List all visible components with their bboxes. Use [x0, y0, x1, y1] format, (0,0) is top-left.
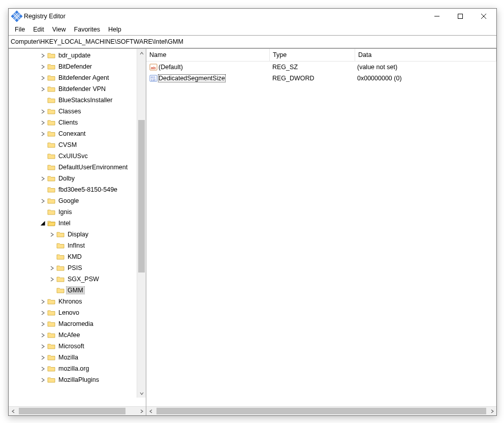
- scroll-down-button[interactable]: [137, 389, 146, 398]
- tree-item[interactable]: mozilla.org: [9, 363, 146, 374]
- column-header-name[interactable]: Name: [146, 49, 270, 61]
- tree-item[interactable]: Classes: [9, 106, 146, 117]
- tree-item[interactable]: Macromedia: [9, 318, 146, 329]
- expand-icon[interactable]: [39, 365, 46, 372]
- column-header-data[interactable]: Data: [355, 49, 496, 61]
- expand-icon[interactable]: [48, 264, 55, 271]
- scroll-thumb[interactable]: [19, 408, 125, 414]
- value-name-cell: ab(Default): [146, 63, 269, 71]
- scroll-up-button[interactable]: [137, 49, 146, 57]
- expand-icon[interactable]: [39, 119, 46, 126]
- expand-icon[interactable]: [39, 130, 46, 137]
- svg-text:ab: ab: [151, 66, 155, 70]
- tree-item[interactable]: InfInst: [9, 240, 146, 251]
- folder-icon: [47, 309, 55, 316]
- tree-item-label: Classes: [57, 108, 82, 115]
- close-icon: [481, 14, 486, 19]
- tree-item[interactable]: Conexant: [9, 128, 146, 139]
- folder-icon: [47, 85, 55, 93]
- expand-icon[interactable]: [39, 197, 46, 204]
- expand-icon[interactable]: [39, 354, 46, 361]
- tree-item[interactable]: MozillaPlugins: [9, 374, 146, 385]
- collapse-icon[interactable]: [39, 220, 46, 227]
- expand-icon[interactable]: [39, 343, 46, 350]
- expand-icon[interactable]: [48, 276, 55, 283]
- expand-icon[interactable]: [39, 175, 46, 182]
- tree-item[interactable]: Khronos: [9, 296, 146, 307]
- value-name: (Default): [159, 64, 183, 71]
- chevron-left-icon: [11, 409, 15, 413]
- menu-view[interactable]: View: [48, 25, 70, 34]
- folder-icon: [47, 97, 55, 104]
- values-horizontal-scrollbar[interactable]: [146, 406, 496, 415]
- tree-item[interactable]: GMM: [9, 285, 146, 296]
- tree-item[interactable]: Bitdefender Agent: [9, 72, 146, 83]
- value-row[interactable]: 011110DedicatedSegmentSizeREG_DWORD0x000…: [146, 73, 496, 84]
- chevron-right-icon: [490, 409, 494, 413]
- tree-item[interactable]: Clients: [9, 117, 146, 128]
- tree-item[interactable]: Google: [9, 195, 146, 206]
- folder-icon: [47, 108, 55, 115]
- scroll-left-button[interactable]: [146, 407, 155, 415]
- expand-icon[interactable]: [39, 52, 46, 59]
- expand-icon[interactable]: [39, 331, 46, 339]
- content: bdr_updateBitDefenderBitdefender AgentBi…: [9, 48, 496, 415]
- value-row[interactable]: ab(Default)REG_SZ(value not set): [146, 62, 496, 73]
- tree-item-label: Ignis: [57, 208, 73, 216]
- scroll-right-button[interactable]: [137, 407, 146, 415]
- tree-item[interactable]: KMD: [9, 251, 146, 262]
- tree-item[interactable]: CxUIUSvc: [9, 150, 146, 162]
- tree-item[interactable]: Intel: [9, 218, 146, 229]
- tree-item[interactable]: Bitdefender VPN: [9, 83, 146, 95]
- menu-file[interactable]: File: [11, 25, 29, 34]
- minimize-button[interactable]: [425, 9, 449, 24]
- column-header-type[interactable]: Type: [270, 49, 355, 61]
- tree-vertical-scrollbar[interactable]: [137, 49, 146, 398]
- tree-item[interactable]: DefaultUserEnvironment: [9, 162, 146, 173]
- tree-item[interactable]: Display: [9, 229, 146, 240]
- scroll-right-button[interactable]: [488, 407, 496, 415]
- tree-item[interactable]: BitDefender: [9, 61, 146, 72]
- svg-rect-0: [458, 14, 463, 19]
- tree-item[interactable]: Lenovo: [9, 307, 146, 318]
- folder-icon: [47, 175, 55, 182]
- menu-help[interactable]: Help: [104, 25, 125, 34]
- tree-item[interactable]: PSIS: [9, 262, 146, 274]
- tree-item[interactable]: BlueStacksInstaller: [9, 95, 146, 106]
- scroll-thumb[interactable]: [138, 120, 145, 273]
- tree-item-label: CVSM: [57, 141, 78, 148]
- tree-item[interactable]: Ignis: [9, 206, 146, 218]
- scroll-thumb[interactable]: [156, 408, 486, 414]
- tree-horizontal-scrollbar[interactable]: [9, 406, 146, 415]
- folder-icon: [47, 186, 55, 193]
- expand-icon[interactable]: [39, 108, 46, 115]
- expand-icon[interactable]: [39, 309, 46, 316]
- tree-item[interactable]: McAfee: [9, 329, 146, 341]
- tree-item[interactable]: SGX_PSW: [9, 274, 146, 285]
- expand-icon[interactable]: [39, 298, 46, 305]
- close-button[interactable]: [472, 9, 495, 24]
- expand-icon[interactable]: [39, 63, 46, 70]
- tree-item[interactable]: CVSM: [9, 139, 146, 150]
- expand-icon[interactable]: [48, 231, 55, 238]
- chevron-up-icon: [140, 51, 144, 55]
- tree-item[interactable]: Dolby: [9, 173, 146, 184]
- expand-icon[interactable]: [39, 320, 46, 327]
- tree-item-label: McAfee: [57, 331, 81, 339]
- folder-open-icon: [47, 220, 55, 227]
- tree-item[interactable]: Mozilla: [9, 352, 146, 363]
- expand-icon[interactable]: [39, 85, 46, 93]
- tree-item[interactable]: bdr_update: [9, 50, 146, 61]
- maximize-button[interactable]: [449, 9, 472, 24]
- expand-icon[interactable]: [39, 74, 46, 81]
- tree-item[interactable]: fbd30ee5-8150-549e: [9, 184, 146, 195]
- scroll-left-button[interactable]: [9, 407, 17, 415]
- menu-edit[interactable]: Edit: [29, 25, 48, 34]
- address-bar[interactable]: Computer\HKEY_LOCAL_MACHINE\SOFTWARE\Int…: [9, 35, 496, 48]
- tree-item-label: CxUIUSvc: [57, 153, 89, 160]
- tree-item[interactable]: Microsoft: [9, 341, 146, 352]
- menu-favorites[interactable]: Favorites: [70, 25, 104, 34]
- expander-spacer: [48, 253, 55, 260]
- expand-icon[interactable]: [39, 376, 46, 383]
- menubar: File Edit View Favorites Help: [9, 24, 496, 35]
